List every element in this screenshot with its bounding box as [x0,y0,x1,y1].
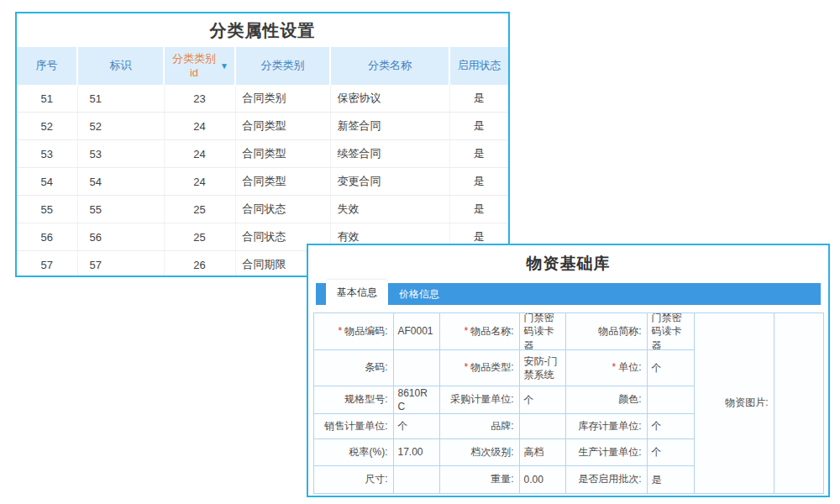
field-value: 安防-门禁系统 [520,350,566,386]
field-label: 生产计量单位: [566,439,648,466]
field-label-text: 税率(%): [349,446,388,459]
field-label-text: 规格型号: [344,393,387,407]
field-label: 物品简称: [566,313,648,350]
field-value: AF0001 [394,313,440,350]
field-label: *物品编码: [314,313,394,350]
table-cell: 24 [164,113,235,140]
field-value: 0.00 [520,466,566,494]
field-label-text: 颜色: [618,393,641,407]
field-label-text: 物品类型: [470,361,513,375]
table-row[interactable]: 535324合同类型续签合同是 [17,140,508,168]
column-header-label: 启用状态 [458,59,501,72]
tab-basic-info[interactable]: 基本信息 [326,280,388,305]
table-cell: 26 [164,251,235,278]
field-value: 8610RC [394,386,440,414]
table-cell: 55 [77,196,164,223]
table-row[interactable]: 515123合同类别保密协议是 [17,85,508,113]
field-label-text: 尺寸: [365,473,387,486]
column-header-0[interactable]: 序号 [17,47,77,85]
field-label: 颜色: [566,386,648,414]
required-asterisk: * [612,361,616,375]
field-value: 是 [648,466,695,494]
field-value [648,386,695,414]
basic-info-form: 物资图片: *物品编码:AF0001*物品名称:门禁密码读卡器物品简称:门禁密码… [313,312,824,494]
table-cell: 54 [17,168,77,196]
table-cell: 56 [17,223,77,251]
column-header-2[interactable]: 分类类别id▼ [164,47,235,85]
field-label: 规格型号: [314,386,394,414]
field-label-text: 物品编码: [344,325,387,339]
column-header-label: 标识 [110,59,132,72]
field-label: 库存计量单位: [566,414,648,439]
table-cell: 56 [77,223,164,251]
field-label: 采购计量单位: [440,386,520,414]
table-cell: 57 [17,251,77,278]
field-label-text: 单位: [618,361,641,375]
table-row[interactable]: 525224合同类型新签合同是 [17,113,508,140]
required-asterisk: * [464,361,468,375]
table-cell: 是 [449,140,508,168]
table-cell: 24 [164,140,235,168]
field-value: 个 [648,350,695,386]
column-header-label: 序号 [36,59,58,72]
table-cell: 保密协议 [330,85,449,113]
table-cell: 57 [77,251,164,278]
field-label-text: 销售计量单位: [324,420,387,433]
table-cell: 合同类型 [235,140,330,168]
field-value: 门禁密码读卡器 [520,313,566,350]
field-label-text: 生产计量单位: [578,446,641,459]
field-label-text: 库存计量单位: [578,420,641,433]
column-header-label: 分类名称 [368,59,412,72]
field-label: 条码: [314,350,394,386]
field-label: *单位: [566,350,648,386]
material-base-window: 物资基础库 基本信息 价格信息 物资图片: *物品编码:AF0001*物品名称:… [307,244,830,497]
field-label: 税率(%): [314,439,394,466]
field-value: 个 [394,414,440,439]
required-asterisk: * [338,325,342,339]
table-row[interactable]: 545424合同类型变更合同是 [17,168,508,196]
table-cell: 变更合同 [330,168,449,196]
table-cell: 合同类型 [235,113,330,140]
table-cell: 失效 [330,196,449,223]
table-cell: 合同类别 [235,85,330,113]
field-label: *物品名称: [440,313,520,350]
table-cell: 新签合同 [330,113,449,140]
table-cell: 合同类型 [235,168,330,196]
table-cell: 是 [449,85,508,113]
material-image-label: 物资图片: [695,313,774,494]
tab-price-info[interactable]: 价格信息 [388,283,450,305]
field-value: 17.00 [394,439,440,466]
table-cell: 52 [17,113,77,140]
field-label-text: 条码: [365,361,387,375]
table-cell: 续签合同 [330,140,449,168]
required-asterisk: * [464,325,468,339]
field-label-text: 档次级别: [470,446,513,459]
material-image-placeholder [774,313,824,494]
table-cell: 51 [77,85,164,113]
field-value: 高档 [520,439,566,466]
field-value: 个 [648,439,695,466]
table-cell: 51 [17,85,77,113]
field-value [520,414,566,439]
field-label: 尺寸: [314,466,394,494]
column-header-label: 分类类别 [261,59,305,72]
table-header-row: 序号标识分类类别id▼分类类别分类名称启用状态 [17,47,508,85]
column-header-5[interactable]: 启用状态 [449,47,508,85]
table-row[interactable]: 555525合同状态失效是 [17,196,508,223]
table-cell: 25 [164,223,235,251]
field-label: *物品类型: [440,350,520,386]
column-header-4[interactable]: 分类名称 [330,47,449,85]
field-label-text: 重量: [491,473,513,486]
column-header-1[interactable]: 标识 [77,47,164,85]
field-value [394,466,440,494]
table-cell: 是 [449,113,508,140]
field-label-text: 采购计量单位: [450,393,513,407]
field-label: 销售计量单位: [314,414,394,439]
field-label: 重量: [440,466,520,494]
field-label-text: 物品名称: [470,325,513,339]
tab-bar: 基本信息 价格信息 [316,283,821,305]
sort-down-icon[interactable]: ▼ [220,61,228,71]
column-header-3[interactable]: 分类类别 [235,47,330,85]
field-value: 个 [520,386,566,414]
field-label-text: 是否启用批次: [578,473,641,486]
